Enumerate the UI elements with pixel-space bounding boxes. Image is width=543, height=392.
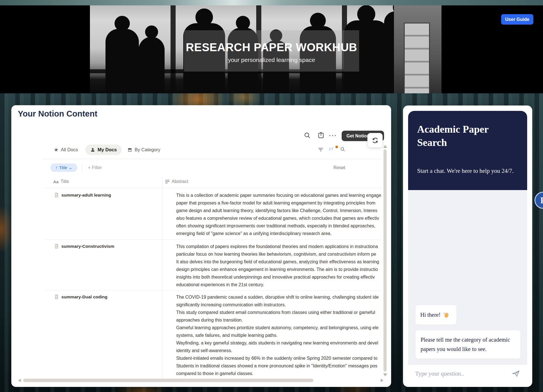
abstract-line: emerging field of "game science" as a un… [176,230,382,237]
chat-message-area: Hi there! Please tell me the category of… [408,190,527,364]
abstract-line: compared to those in gameful classes. [176,370,382,377]
silhouette-figure [139,37,165,93]
horizontal-scrollbar-thumb[interactable] [23,379,313,382]
silhouette-figure [105,29,139,93]
more-options-icon[interactable]: ··· [329,132,337,139]
notion-content-card: Your Notion Content ··· Get Notion ★ All… [11,105,391,387]
sort-up-arrow-icon: ↑ [55,165,58,170]
abstract-cell: This compilation of papers explores the … [176,243,382,288]
abstract-line: insights into both theoretical underpinn… [176,273,382,281]
abstract-line: This is a collection of academic paper s… [176,191,382,199]
tab-label: All Docs [61,147,78,152]
column-header-abstract[interactable]: Abstract [165,179,188,184]
refresh-icon [371,137,379,144]
abstract-lines-icon [165,180,170,184]
scroll-left-arrow[interactable] [18,379,21,382]
user-guide-button[interactable]: User Guide [501,14,533,25]
notion-card-heading: Your Notion Content [18,109,97,119]
tab-all-docs[interactable]: ★ All Docs [54,145,78,155]
divider [42,159,382,159]
row-separator [45,290,382,290]
plus-icon: + [88,165,90,170]
abstract-line: design principles can enhance engagement… [176,266,382,273]
table-body: summary-adult learning This is a collect… [45,188,382,379]
scroll-down-arrow[interactable] [383,373,387,376]
tab-my-docs[interactable]: My Docs [85,145,122,155]
category-box-icon [127,147,132,152]
chevron-down-icon: ⌄ [69,165,72,170]
row-separator [45,240,382,240]
document-icon [54,244,59,249]
abstract-line: It also delves into the burgeoning field… [176,258,382,266]
background-top-strip [0,0,543,5]
abstract-line: The COVID-19 pandemic caused a sudden, d… [176,293,382,301]
table-row-title[interactable]: summary-Constructivism [54,244,114,249]
table-row-title[interactable]: summary-adult learning [54,192,111,198]
abstract-line: paper that proposes a five-factor model … [176,199,382,207]
document-icon [54,192,59,198]
filter-icon[interactable] [318,147,324,152]
abstract-cell: This is a collection of academic paper s… [176,191,382,237]
text-type-icon: Aa [53,179,59,184]
column-header-title[interactable]: Aa Title [53,179,69,184]
table-row-title[interactable]: summary-Dual coding [54,294,107,300]
sort-notification-dot [335,146,338,148]
search-icon[interactable] [303,132,311,139]
chat-message-bubble: Please tell me the category of academic … [415,330,520,359]
table-search-icon[interactable] [340,147,346,152]
waving-hand-emoji [443,312,450,318]
chat-message-bubble: Hi there! [415,305,456,325]
abstract-line: game design and adult learning theory, i… [176,207,382,214]
abstract-line: systems, safe failures, and multiple lea… [176,331,382,339]
star-icon: ★ [54,147,59,153]
abstract-line: particular focus on how learning theorie… [176,250,382,258]
hero-title-overlay: RESEARCH PAPER WORKHUB your personalized… [184,30,359,72]
add-filter-button[interactable]: + Filter [88,165,102,170]
vertical-scrollbar-thumb[interactable] [383,149,387,372]
send-button[interactable] [511,369,521,378]
abstract-line: Student-initiated emails increased by 66… [176,354,382,362]
refresh-button[interactable] [367,133,383,148]
document-icon [54,294,59,300]
abstract-line: approaches during this transition. [176,316,382,324]
person-icon [90,147,95,152]
divider [81,164,82,171]
abstract-line: educational experiences in the 21st cent… [176,281,382,288]
scroll-up-arrow[interactable] [383,145,387,148]
abstract-line: also features a comprehensive review of … [176,214,382,222]
abstract-line: This study compared student email commun… [176,309,382,316]
scroll-right-arrow[interactable] [381,379,383,382]
tab-by-category[interactable]: By Category [127,145,160,155]
abstract-line: Wayfinding, a key gameful strategy, aids… [176,339,382,347]
sort-icon[interactable]: ↓↑ [329,146,333,152]
chat-question-input[interactable] [415,370,508,377]
abstract-line: Gameful learning approaches prioritize s… [176,324,382,331]
page-subtitle: your personalized learning space [184,57,359,63]
abstract-line: significantly increasing communication w… [176,301,382,309]
chat-input-divider [408,364,527,365]
tab-label: My Docs [98,147,117,152]
hero-banner: RESEARCH PAPER WORKHUB your personalized… [0,5,543,93]
page-title: RESEARCH PAPER WORKHUB [184,41,359,54]
file-cabinet [394,5,441,93]
chat-title: Academic Paper Search [417,123,508,149]
abstract-line: Students in traditional classes showed a… [176,362,382,370]
sort-by-title-pill[interactable]: ↑ Title ⌄ [50,163,77,172]
chat-subtitle: Start a chat. We're here to help you 24/… [417,167,514,175]
abstract-line: identity and self-awareness. [176,347,382,354]
abstract-line: often showing significant improvements o… [176,222,382,230]
tab-label: By Category [135,147,160,152]
chat-widget: Academic Paper Search Start a chat. We'r… [403,105,532,387]
share-icon[interactable] [317,131,325,139]
abstract-line: This compilation of papers explores the … [176,243,382,250]
send-plane-icon [511,369,520,378]
abstract-cell: The COVID-19 pandemic caused a sudden, d… [176,293,382,379]
chat-header: Academic Paper Search Start a chat. We'r… [408,111,527,190]
reset-button[interactable]: Reset [333,165,345,170]
